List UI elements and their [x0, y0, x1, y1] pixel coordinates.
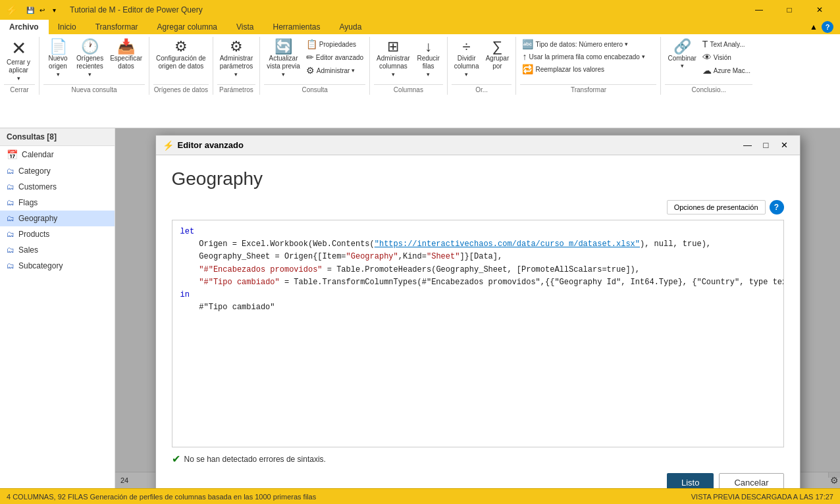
manage-columns-icon: ⊞: [387, 39, 399, 54]
manage-params-icon: ⚙: [230, 39, 243, 54]
ribbon-group-columnas: ⊞ Administrarcolumnas ↓ Reducirfilas Col…: [370, 37, 448, 95]
close-apply-label: Cerrar yaplicar: [7, 59, 30, 74]
sidebar-item-category[interactable]: 🗂 Category: [0, 163, 115, 179]
sidebar-item-flags[interactable]: 🗂 Flags: [0, 195, 115, 211]
first-row-header-button[interactable]: ↑ Usar la primera fila como encabezado: [520, 51, 646, 63]
minimize-button[interactable]: —: [744, 0, 774, 20]
new-origin-icon: 📄: [49, 39, 67, 54]
manage-button[interactable]: ⚙ Administrar: [304, 64, 365, 76]
sidebar-item-calendar[interactable]: 📅 Calendar: [0, 146, 115, 163]
main-area: Consultas [8] 📅 Calendar 🗂 Category 🗂 Cu…: [0, 128, 840, 488]
collapse-ribbon-icon[interactable]: ▲: [810, 22, 818, 32]
enter-data-button[interactable]: 📥 Especificardatos: [107, 38, 145, 72]
tab-ayuda[interactable]: Ayuda: [330, 20, 372, 34]
ribbon-group-or: ÷ Dividircolumna ∑ Agruparpor Or...: [448, 37, 517, 95]
sidebar: Consultas [8] 📅 Calendar 🗂 Category 🗂 Cu…: [0, 128, 115, 488]
split-icon: ÷: [463, 39, 471, 54]
window-title: Tutorial de M - Editor de Power Query: [63, 5, 740, 14]
reduce-rows-button[interactable]: ↓ Reducirfilas: [414, 38, 443, 79]
modal-toolbar: Opciones de presentación ?: [172, 200, 784, 214]
status-text: No se han detectado errores de sintaxis.: [184, 455, 326, 464]
ai-btns: T Text Analy... 👁 Visión ☁ Azure Mac...: [700, 38, 752, 76]
refresh-preview-button[interactable]: 🔄 Actualizarvista previa: [264, 38, 303, 79]
close-apply-icon: ✕: [11, 39, 26, 58]
data-type-button[interactable]: 🔤 Tipo de datos: Número entero: [520, 38, 629, 50]
sidebar-item-label-category: Category: [18, 166, 51, 176]
geography-icon: 🗂: [7, 214, 14, 223]
maximize-button[interactable]: □: [774, 0, 804, 20]
sidebar-item-sales[interactable]: 🗂 Sales: [0, 242, 115, 258]
ribbon-group-origenes: ⚙ Configuración deorigen de datos Orígen…: [149, 37, 213, 95]
modal-help-button[interactable]: ?: [770, 200, 784, 214]
products-icon: 🗂: [7, 230, 14, 239]
group-by-button[interactable]: ∑ Agruparpor: [483, 38, 512, 72]
dropdown-icon[interactable]: ▾: [49, 5, 59, 15]
status-bar: 4 COLUMNAS, 92 FILAS Generación de perfi…: [0, 488, 840, 504]
tab-archivo[interactable]: Archivo: [0, 20, 49, 34]
ribbon-group-cerrar: ✕ Cerrar yaplicar Cerrar: [0, 37, 39, 95]
customers-icon: 🗂: [7, 182, 14, 191]
new-origin-button[interactable]: 📄 Nuevoorigen: [43, 38, 72, 79]
modal-close-button[interactable]: ✕: [776, 138, 793, 153]
modal-footer: Listo Cancelar: [172, 468, 784, 488]
modal-maximize-button[interactable]: □: [758, 138, 775, 153]
replace-values-button[interactable]: 🔁 Reemplazar los valores: [520, 63, 606, 75]
tab-vista[interactable]: Vista: [227, 20, 263, 34]
help-icon[interactable]: ?: [822, 21, 833, 33]
editor-icon: ✏: [306, 52, 314, 63]
status-bar-left: 4 COLUMNAS, 92 FILAS Generación de perfi…: [7, 493, 316, 501]
sidebar-item-geography[interactable]: 🗂 Geography: [0, 211, 115, 226]
vision-button[interactable]: 👁 Visión: [700, 51, 752, 63]
recent-origins-icon: 🕐: [81, 39, 99, 54]
close-apply-button[interactable]: ✕ Cerrar yaplicar: [4, 38, 33, 83]
consulta-small-btns: 📋 Propiedades ✏ Editor avanzado ⚙ Admini…: [304, 38, 365, 76]
refresh-icon: 🔄: [275, 39, 292, 54]
content-area: 24 24 Italy Lombardía Milán ⚙ ⚙ ⚙ ⚡ Edit…: [115, 128, 840, 488]
tab-herramientas[interactable]: Herramientas: [263, 20, 330, 34]
properties-icon: 📋: [306, 39, 317, 49]
recent-origins-button[interactable]: 🕐 Orígenesrecientes: [74, 38, 106, 79]
ribbon-group-nueva-consulta: 📄 Nuevoorigen 🕐 Orígenesrecientes 📥 Espe…: [39, 37, 149, 95]
modal-title-text: Editor avanzado: [178, 140, 735, 150]
combine-button[interactable]: 🔗 Combinar: [665, 38, 698, 70]
sidebar-item-subcategory[interactable]: 🗂 Subcategory: [0, 258, 115, 274]
manage-columns-button[interactable]: ⊞ Administrarcolumnas: [374, 38, 413, 79]
modal-minimize-button[interactable]: —: [739, 138, 756, 153]
ribbon-group-conclusio: 🔗 Combinar T Text Analy... 👁 Visión ☁ Az…: [661, 37, 756, 95]
presentation-options-button[interactable]: Opciones de presentación: [667, 200, 766, 214]
ribbon-tabs: Archivo Inicio Transformar Agregar colum…: [0, 20, 840, 34]
done-button[interactable]: Listo: [667, 473, 714, 488]
group-or-label: Or...: [452, 84, 512, 93]
sidebar-title: Consultas [8]: [0, 128, 115, 146]
split-column-button[interactable]: ÷ Dividircolumna: [452, 38, 482, 79]
category-icon: 🗂: [7, 166, 14, 176]
sidebar-item-label-flags: Flags: [18, 198, 38, 207]
calendar-icon: 📅: [7, 149, 18, 160]
tab-transformar[interactable]: Transformar: [86, 20, 148, 34]
sidebar-item-label-customers: Customers: [18, 182, 57, 191]
window-controls: — □ ✕: [744, 0, 835, 20]
ribbon: Archivo Inicio Transformar Agregar colum…: [0, 20, 840, 128]
group-cerrar-label: Cerrar: [4, 84, 35, 93]
ribbon-group-parametros: ⚙ Administrarparámetros Parámetros: [213, 37, 261, 95]
sidebar-item-products[interactable]: 🗂 Products: [0, 226, 115, 242]
app-icon: ⚡: [5, 4, 18, 16]
subcategory-icon: 🗂: [7, 261, 14, 270]
tab-inicio[interactable]: Inicio: [49, 20, 86, 34]
manage-icon: ⚙: [306, 65, 315, 76]
azure-ml-button[interactable]: ☁ Azure Mac...: [700, 64, 752, 76]
manage-params-button[interactable]: ⚙ Administrarparámetros: [217, 38, 256, 79]
tab-agregar-columna[interactable]: Agregar columna: [148, 20, 227, 34]
sidebar-item-customers[interactable]: 🗂 Customers: [0, 179, 115, 195]
modal-titlebar: ⚡ Editor avanzado — □ ✕: [156, 136, 800, 155]
properties-button[interactable]: 📋 Propiedades: [304, 38, 365, 50]
group-origenes-label: Orígenes de datos: [153, 84, 209, 93]
save-icon[interactable]: 💾: [25, 5, 36, 15]
cancel-button[interactable]: Cancelar: [719, 473, 783, 488]
code-editor[interactable]: let Origen = Excel.Workbook(Web.Contents…: [172, 220, 784, 447]
data-source-settings-button[interactable]: ⚙ Configuración deorigen de datos: [153, 38, 209, 72]
undo-icon[interactable]: ↩: [37, 5, 47, 15]
text-analytics-button[interactable]: T Text Analy...: [700, 38, 752, 50]
close-button[interactable]: ✕: [804, 0, 835, 20]
advanced-editor-button[interactable]: ✏ Editor avanzado: [304, 51, 365, 63]
